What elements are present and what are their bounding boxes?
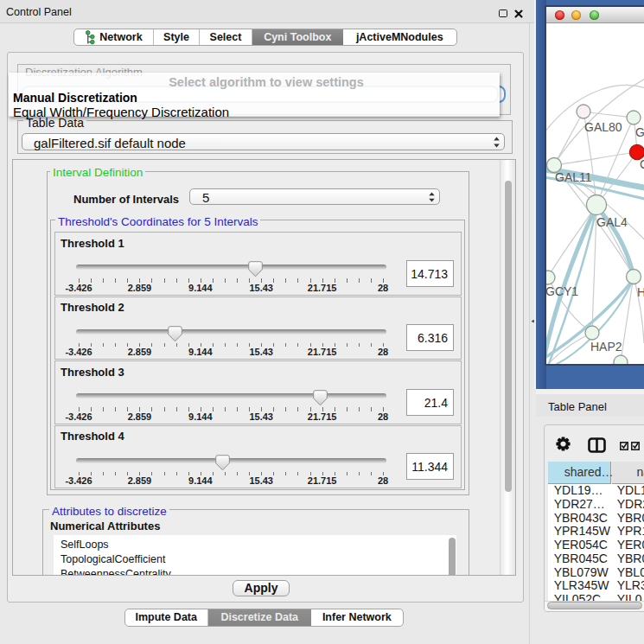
svg-text:G: G <box>635 125 644 139</box>
svg-text:GCY1: GCY1 <box>546 284 578 298</box>
svg-text:C: C <box>640 157 644 171</box>
svg-text:H: H <box>637 285 644 299</box>
svg-text:GAL80: GAL80 <box>584 120 622 134</box>
svg-text:HAP2: HAP2 <box>590 340 622 354</box>
svg-text:GAL11: GAL11 <box>555 170 592 184</box>
svg-text:GAL4: GAL4 <box>596 215 628 229</box>
